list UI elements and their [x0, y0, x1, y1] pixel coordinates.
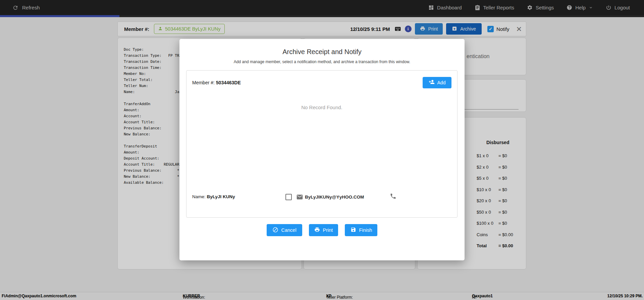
- member-contact-row: Name: ByLyJI KUNy ByLyJIKUNy@YyHOO.COM: [186, 194, 457, 202]
- finish-button-label: Finish: [359, 227, 372, 233]
- member-name: Name: ByLyJI KUNy: [192, 194, 235, 199]
- modal-subtitle: Add and manage member, select a notifica…: [179, 59, 465, 64]
- modal-member-number: Member #: 5034463DE: [192, 80, 241, 85]
- printer-icon: [314, 227, 320, 233]
- modal-member-value: 5034463DE: [216, 80, 241, 85]
- no-record-message: No Record Found.: [186, 104, 457, 110]
- modal-member-label: Member #:: [192, 80, 215, 85]
- modal-title: Archive Receipt and Notify: [179, 48, 465, 56]
- cancel-button-label: Cancel: [281, 227, 297, 233]
- member-panel: Member #: 5034463DE Add No Record Found.…: [186, 70, 458, 218]
- add-member-button[interactable]: Add: [423, 77, 451, 88]
- person-add-icon: [429, 79, 435, 86]
- cancel-icon: [272, 227, 278, 234]
- print-button-modal[interactable]: Print: [309, 224, 338, 236]
- cancel-button[interactable]: Cancel: [267, 224, 302, 236]
- modal-buttons: Cancel Print Finish: [179, 224, 465, 236]
- mail-icon: [296, 194, 303, 202]
- print-button-modal-label: Print: [323, 227, 333, 233]
- archive-notify-modal: Archive Receipt and Notify Add and manag…: [179, 39, 465, 260]
- member-panel-header: Member #: 5034463DE Add: [192, 77, 451, 88]
- app-root: Refresh Dashboard Teller Reports Setting…: [0, 0, 644, 300]
- save-icon: [351, 227, 356, 233]
- member-email: ByLyJIKUNy@YyHOO.COM: [305, 195, 364, 200]
- email-checkbox[interactable]: [285, 194, 292, 200]
- phone-icon[interactable]: [390, 193, 396, 201]
- member-name-value: ByLyJI KUNy: [207, 194, 235, 199]
- member-name-label: Name:: [192, 194, 206, 199]
- add-member-button-label: Add: [437, 80, 446, 85]
- finish-button[interactable]: Finish: [345, 224, 377, 236]
